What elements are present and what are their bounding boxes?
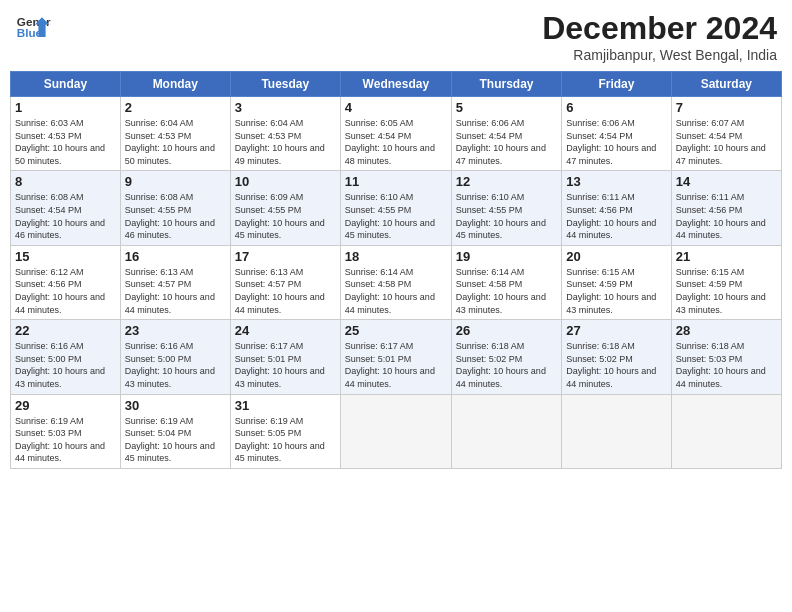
day-info: Sunrise: 6:10 AM Sunset: 4:55 PM Dayligh… — [345, 191, 447, 241]
day-info: Sunrise: 6:16 AM Sunset: 5:00 PM Dayligh… — [125, 340, 226, 390]
day-number: 16 — [125, 249, 226, 264]
calendar-week-row: 29Sunrise: 6:19 AM Sunset: 5:03 PM Dayli… — [11, 394, 782, 468]
day-info: Sunrise: 6:08 AM Sunset: 4:55 PM Dayligh… — [125, 191, 226, 241]
calendar-day-cell — [562, 394, 672, 468]
day-info: Sunrise: 6:19 AM Sunset: 5:04 PM Dayligh… — [125, 415, 226, 465]
day-number: 22 — [15, 323, 116, 338]
day-number: 6 — [566, 100, 667, 115]
day-number: 7 — [676, 100, 777, 115]
day-number: 23 — [125, 323, 226, 338]
day-number: 3 — [235, 100, 336, 115]
calendar-day-cell: 7Sunrise: 6:07 AM Sunset: 4:54 PM Daylig… — [671, 97, 781, 171]
calendar-day-cell: 31Sunrise: 6:19 AM Sunset: 5:05 PM Dayli… — [230, 394, 340, 468]
calendar-day-cell: 23Sunrise: 6:16 AM Sunset: 5:00 PM Dayli… — [120, 320, 230, 394]
day-info: Sunrise: 6:19 AM Sunset: 5:05 PM Dayligh… — [235, 415, 336, 465]
day-info: Sunrise: 6:15 AM Sunset: 4:59 PM Dayligh… — [566, 266, 667, 316]
day-number: 13 — [566, 174, 667, 189]
calendar-day-cell: 3Sunrise: 6:04 AM Sunset: 4:53 PM Daylig… — [230, 97, 340, 171]
day-number: 31 — [235, 398, 336, 413]
day-info: Sunrise: 6:08 AM Sunset: 4:54 PM Dayligh… — [15, 191, 116, 241]
page-header: General Blue December 2024 Ramjibanpur, … — [10, 10, 782, 63]
calendar-day-cell: 21Sunrise: 6:15 AM Sunset: 4:59 PM Dayli… — [671, 245, 781, 319]
day-number: 8 — [15, 174, 116, 189]
day-number: 5 — [456, 100, 557, 115]
calendar-week-row: 8Sunrise: 6:08 AM Sunset: 4:54 PM Daylig… — [11, 171, 782, 245]
day-number: 27 — [566, 323, 667, 338]
calendar-day-cell: 27Sunrise: 6:18 AM Sunset: 5:02 PM Dayli… — [562, 320, 672, 394]
day-number: 4 — [345, 100, 447, 115]
day-number: 17 — [235, 249, 336, 264]
day-number: 24 — [235, 323, 336, 338]
calendar-day-cell: 6Sunrise: 6:06 AM Sunset: 4:54 PM Daylig… — [562, 97, 672, 171]
calendar-day-cell: 4Sunrise: 6:05 AM Sunset: 4:54 PM Daylig… — [340, 97, 451, 171]
day-info: Sunrise: 6:10 AM Sunset: 4:55 PM Dayligh… — [456, 191, 557, 241]
day-number: 25 — [345, 323, 447, 338]
day-number: 11 — [345, 174, 447, 189]
day-number: 29 — [15, 398, 116, 413]
calendar-day-cell: 10Sunrise: 6:09 AM Sunset: 4:55 PM Dayli… — [230, 171, 340, 245]
calendar-day-cell: 29Sunrise: 6:19 AM Sunset: 5:03 PM Dayli… — [11, 394, 121, 468]
calendar-day-cell — [451, 394, 561, 468]
logo-icon: General Blue — [15, 10, 51, 46]
weekday-header-tuesday: Tuesday — [230, 72, 340, 97]
day-number: 15 — [15, 249, 116, 264]
day-info: Sunrise: 6:03 AM Sunset: 4:53 PM Dayligh… — [15, 117, 116, 167]
calendar-day-cell: 14Sunrise: 6:11 AM Sunset: 4:56 PM Dayli… — [671, 171, 781, 245]
calendar-day-cell: 8Sunrise: 6:08 AM Sunset: 4:54 PM Daylig… — [11, 171, 121, 245]
day-info: Sunrise: 6:16 AM Sunset: 5:00 PM Dayligh… — [15, 340, 116, 390]
day-number: 19 — [456, 249, 557, 264]
calendar-day-cell — [671, 394, 781, 468]
day-number: 10 — [235, 174, 336, 189]
calendar-day-cell: 28Sunrise: 6:18 AM Sunset: 5:03 PM Dayli… — [671, 320, 781, 394]
calendar-day-cell: 12Sunrise: 6:10 AM Sunset: 4:55 PM Dayli… — [451, 171, 561, 245]
calendar-day-cell: 11Sunrise: 6:10 AM Sunset: 4:55 PM Dayli… — [340, 171, 451, 245]
day-info: Sunrise: 6:17 AM Sunset: 5:01 PM Dayligh… — [345, 340, 447, 390]
day-number: 12 — [456, 174, 557, 189]
day-info: Sunrise: 6:14 AM Sunset: 4:58 PM Dayligh… — [345, 266, 447, 316]
day-number: 30 — [125, 398, 226, 413]
calendar-table: SundayMondayTuesdayWednesdayThursdayFrid… — [10, 71, 782, 469]
day-number: 18 — [345, 249, 447, 264]
day-info: Sunrise: 6:13 AM Sunset: 4:57 PM Dayligh… — [125, 266, 226, 316]
location: Ramjibanpur, West Bengal, India — [542, 47, 777, 63]
day-info: Sunrise: 6:18 AM Sunset: 5:03 PM Dayligh… — [676, 340, 777, 390]
calendar-day-cell: 24Sunrise: 6:17 AM Sunset: 5:01 PM Dayli… — [230, 320, 340, 394]
weekday-header-wednesday: Wednesday — [340, 72, 451, 97]
weekday-header-monday: Monday — [120, 72, 230, 97]
calendar-day-cell: 20Sunrise: 6:15 AM Sunset: 4:59 PM Dayli… — [562, 245, 672, 319]
calendar-week-row: 22Sunrise: 6:16 AM Sunset: 5:00 PM Dayli… — [11, 320, 782, 394]
day-number: 28 — [676, 323, 777, 338]
weekday-header-friday: Friday — [562, 72, 672, 97]
day-number: 26 — [456, 323, 557, 338]
day-number: 21 — [676, 249, 777, 264]
calendar-day-cell — [340, 394, 451, 468]
day-number: 2 — [125, 100, 226, 115]
weekday-header-saturday: Saturday — [671, 72, 781, 97]
logo: General Blue — [15, 10, 51, 46]
weekday-header-row: SundayMondayTuesdayWednesdayThursdayFrid… — [11, 72, 782, 97]
day-info: Sunrise: 6:09 AM Sunset: 4:55 PM Dayligh… — [235, 191, 336, 241]
calendar-day-cell: 13Sunrise: 6:11 AM Sunset: 4:56 PM Dayli… — [562, 171, 672, 245]
calendar-day-cell: 30Sunrise: 6:19 AM Sunset: 5:04 PM Dayli… — [120, 394, 230, 468]
month-title: December 2024 — [542, 10, 777, 47]
calendar-week-row: 1Sunrise: 6:03 AM Sunset: 4:53 PM Daylig… — [11, 97, 782, 171]
day-info: Sunrise: 6:04 AM Sunset: 4:53 PM Dayligh… — [235, 117, 336, 167]
calendar-day-cell: 22Sunrise: 6:16 AM Sunset: 5:00 PM Dayli… — [11, 320, 121, 394]
day-info: Sunrise: 6:15 AM Sunset: 4:59 PM Dayligh… — [676, 266, 777, 316]
day-info: Sunrise: 6:06 AM Sunset: 4:54 PM Dayligh… — [456, 117, 557, 167]
day-info: Sunrise: 6:19 AM Sunset: 5:03 PM Dayligh… — [15, 415, 116, 465]
calendar-day-cell: 26Sunrise: 6:18 AM Sunset: 5:02 PM Dayli… — [451, 320, 561, 394]
calendar-day-cell: 17Sunrise: 6:13 AM Sunset: 4:57 PM Dayli… — [230, 245, 340, 319]
weekday-header-sunday: Sunday — [11, 72, 121, 97]
day-info: Sunrise: 6:05 AM Sunset: 4:54 PM Dayligh… — [345, 117, 447, 167]
day-info: Sunrise: 6:18 AM Sunset: 5:02 PM Dayligh… — [456, 340, 557, 390]
day-number: 9 — [125, 174, 226, 189]
day-info: Sunrise: 6:11 AM Sunset: 4:56 PM Dayligh… — [676, 191, 777, 241]
day-number: 1 — [15, 100, 116, 115]
day-info: Sunrise: 6:11 AM Sunset: 4:56 PM Dayligh… — [566, 191, 667, 241]
calendar-day-cell: 15Sunrise: 6:12 AM Sunset: 4:56 PM Dayli… — [11, 245, 121, 319]
day-info: Sunrise: 6:13 AM Sunset: 4:57 PM Dayligh… — [235, 266, 336, 316]
title-section: December 2024 Ramjibanpur, West Bengal, … — [542, 10, 777, 63]
day-number: 14 — [676, 174, 777, 189]
day-info: Sunrise: 6:18 AM Sunset: 5:02 PM Dayligh… — [566, 340, 667, 390]
